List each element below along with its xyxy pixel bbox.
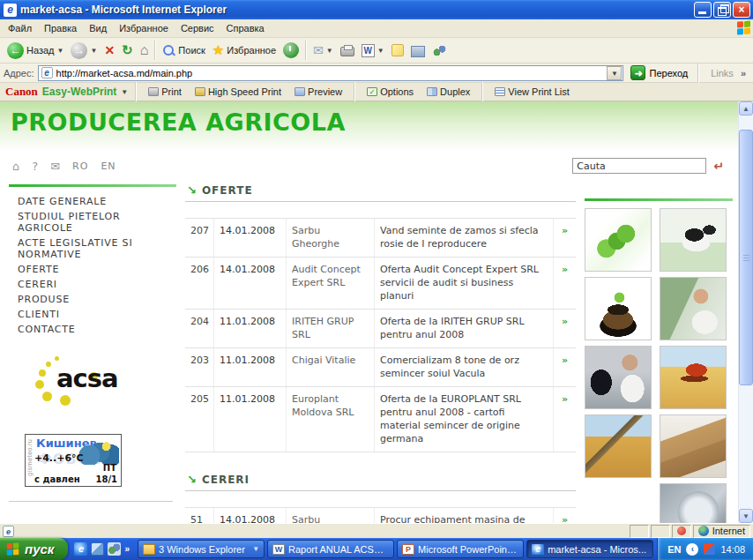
thumbnail-hands-seedling[interactable] [585,277,652,340]
thumbnail-lightbulb-globe[interactable] [660,483,727,523]
close-button[interactable]: × [733,2,750,18]
back-dropdown-icon[interactable]: ▼ [57,47,64,55]
minimize-button[interactable] [694,2,712,18]
task-market-acsa-active[interactable]: e market-acsa - Micros... [526,540,653,558]
thumbnail-peas[interactable] [585,208,652,272]
language-indicator[interactable]: EN [667,544,681,555]
forward-dropdown-icon[interactable]: ▼ [90,47,97,55]
row-more-link[interactable] [553,348,576,386]
sidebar-item-cereri[interactable]: CERERI [9,277,176,292]
address-input[interactable]: e http://market-acsa.md/main.php ▼ [38,65,624,81]
table-row[interactable]: 206 14.01.2008 Audit Concept Expert SRL … [185,258,576,310]
scroll-down-icon[interactable]: ▼ [739,509,753,523]
tray-collapse-icon[interactable]: ‹ [686,543,698,556]
search-input[interactable] [572,158,706,174]
thumbnail-cow[interactable] [660,208,727,272]
menu-tools[interactable]: Сервис [175,20,220,36]
address-dropdown-icon[interactable]: ▼ [607,66,622,80]
menu-file[interactable]: Файл [2,20,38,36]
sidebar-item-date-generale[interactable]: DATE GENERALE [9,194,176,209]
canon-view-print-list-button[interactable]: View Print List [490,86,574,98]
menu-help[interactable]: Справка [220,20,271,36]
lang-ro-link[interactable]: RO [72,161,88,172]
sidebar-item-studiul-pietelor[interactable]: STUDIUL PIETELOR AGRICOLE [9,209,176,235]
weather-widget[interactable]: gismeteo.ru ФОБОС Кишинев +4..+6°C ПТ с … [25,434,122,487]
refresh-button[interactable]: ↻ [118,41,137,60]
canon-options-button[interactable]: Options [362,86,418,98]
sidebar-item-oferte[interactable]: OFERTE [9,262,176,277]
task-group-dropdown-icon[interactable]: ▼ [252,545,259,553]
table-row[interactable]: 203 11.01.2008 Chigai Vitalie Comerciali… [185,348,576,387]
row-desc: Oferta de la IRITEH GRUP SRL pentru anul… [374,310,553,347]
mail-dropdown-icon[interactable]: ▼ [326,47,333,55]
canon-high-speed-print-button[interactable]: High Speed Print [190,86,286,98]
thumbnail-combine-harvester[interactable] [660,346,727,409]
row-more-link[interactable] [553,219,576,257]
easy-webprint-label[interactable]: Easy-WebPrint [42,86,116,98]
forward-button[interactable]: → ▼ [67,41,101,61]
task-word-raport[interactable]: W Raport ANUAL ACSA ... [267,540,394,558]
thumbnail-cardboard-boxes[interactable] [660,414,727,478]
address-url[interactable]: http://market-acsa.md/main.php [56,68,604,78]
scrollbar-thumb[interactable] [739,130,753,385]
task-powerpoint[interactable]: P Microsoft PowerPoint ... [397,540,524,558]
row-more-link[interactable] [553,258,576,309]
task-windows-explorer[interactable]: 3 Windows Explorer ▼ [138,540,265,558]
contact-mail-icon[interactable]: ✉ [50,160,60,173]
favorites-button[interactable]: ★ Избранное [209,41,280,60]
sidebar-item-acte-legislative[interactable]: ACTE LEGISLATIVE SI NORMATIVE [9,235,176,262]
menu-favorites[interactable]: Избранное [113,20,175,36]
word-dropdown-icon[interactable]: ▼ [377,47,384,55]
options-icon [367,87,377,96]
table-row[interactable]: 205 11.01.2008 Europlant Moldova SRL Ofe… [185,387,576,452]
history-button[interactable] [280,41,302,60]
start-button[interactable]: пуск [0,538,68,560]
clock[interactable]: 14:08 [720,544,745,555]
row-more-link[interactable] [553,387,576,452]
search-submit-icon[interactable]: ↵ [713,159,724,173]
menu-view[interactable]: Вид [83,20,113,36]
home-button[interactable]: ⌂ [137,41,153,60]
canon-preview-button[interactable]: Preview [290,86,347,98]
internet-explorer-quicklaunch-icon[interactable]: e [74,542,87,556]
row-more-link[interactable] [553,310,576,347]
vertical-scrollbar[interactable]: ▲ ▼ [738,101,753,523]
canon-dropdown-icon[interactable]: ▼ [121,88,128,96]
acsa-logo[interactable]: acsa [32,356,146,404]
oferte-header: OFERTE [185,184,576,202]
canon-duplex-button[interactable]: Duplex [422,86,474,98]
links-label[interactable]: Links [711,68,734,78]
mail-button[interactable]: ✉ ▼ [309,41,337,59]
stop-button[interactable]: ✕ [101,41,118,59]
notes-button[interactable] [388,42,407,58]
edit-word-button[interactable]: W ▼ [358,42,388,59]
sidebar-item-produse[interactable]: PRODUSE [9,292,176,307]
messenger-quicklaunch-icon[interactable] [108,542,121,556]
scroll-up-icon[interactable]: ▲ [739,101,753,116]
tray-update-icon[interactable] [704,543,715,555]
back-button[interactable]: ← Назад ▼ [4,41,67,61]
canon-print-button[interactable]: Print [144,86,186,98]
print-button[interactable] [337,42,358,58]
lang-en-link[interactable]: EN [101,161,116,172]
thumbnail-grain-auger[interactable] [585,414,652,478]
sidebar-item-contacte[interactable]: CONTACTE [9,322,176,337]
table-row[interactable]: 204 11.01.2008 IRITEH GRUP SRL Oferta de… [185,310,576,348]
row-more-link[interactable] [553,508,576,523]
messenger-button[interactable] [429,42,451,59]
menu-edit[interactable]: Правка [38,20,83,36]
links-chevron-icon[interactable]: » [741,68,746,78]
help-icon[interactable]: ? [32,160,38,173]
thumbnail-agronomist[interactable] [660,277,727,340]
go-button[interactable]: ➜ Переход [627,64,691,81]
search-button[interactable]: Поиск [159,42,208,59]
table-row[interactable]: 207 14.01.2008 Sarbu Gheorghe Vand semin… [185,219,576,258]
thumbnail-veterinarian[interactable] [585,346,652,409]
home-page-icon[interactable]: ⌂ [12,160,19,173]
table-row[interactable]: 51 14.01.2008 Sarbu Gheorghe Procur echi… [185,508,576,523]
media-button[interactable] [407,42,429,59]
quicklaunch-more-icon[interactable]: » [124,544,130,554]
show-desktop-icon[interactable] [91,542,104,556]
restore-button[interactable] [713,2,731,18]
sidebar-item-clienti[interactable]: CLIENTI [9,307,176,322]
